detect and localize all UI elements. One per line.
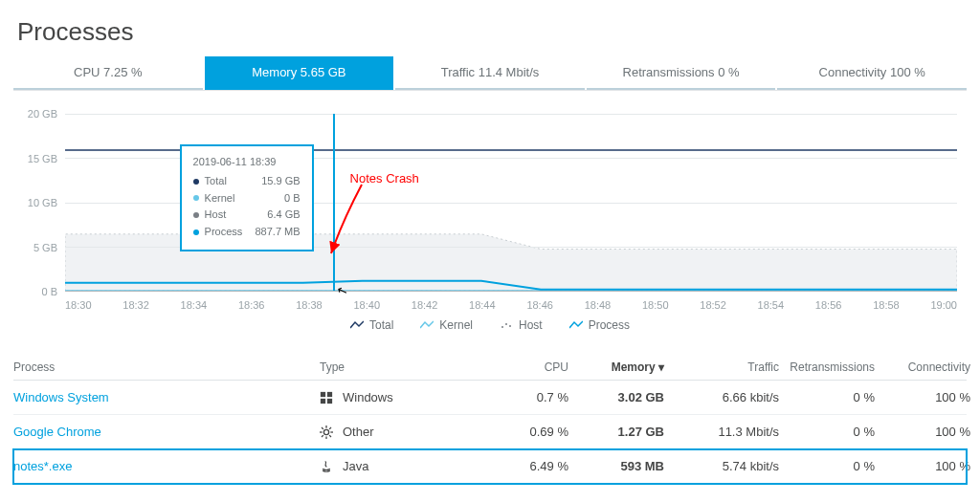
plot-area[interactable]: 2019-06-11 18:39 Total15.9 GBKernel0 BHo… [65, 114, 957, 292]
tab-traffic[interactable]: Traffic 11.4 Mbit/s [395, 56, 585, 90]
process-link[interactable]: Google Chrome [13, 425, 320, 439]
col-retransmissions[interactable]: Retransmissions [779, 360, 875, 374]
table-header: Process Type CPU Memory ▾ Traffic Retran… [13, 355, 967, 381]
traffic-cell: 5.74 kbit/s [664, 459, 779, 473]
tab-connectivity[interactable]: Connectivity 100 % [777, 56, 967, 90]
annotation-arrow [323, 183, 381, 259]
traffic-cell: 11.3 Mbit/s [664, 425, 779, 439]
legend-host[interactable]: Host [500, 318, 543, 332]
chart-tooltip: 2019-06-11 18:39 Total15.9 GBKernel0 BHo… [180, 144, 314, 251]
java-icon [320, 460, 333, 473]
svg-rect-6 [327, 398, 332, 403]
retrans-cell: 0 % [779, 425, 875, 439]
svg-line-13 [329, 435, 331, 437]
tab-retransmissions[interactable]: Retransmissions 0 % [587, 56, 776, 90]
memory-cell: 3.02 GB [568, 390, 664, 404]
memory-cell: 1.27 GB [568, 425, 664, 439]
table-row[interactable]: Google ChromeOther0.69 %1.27 GB11.3 Mbit… [13, 415, 967, 449]
col-connectivity[interactable]: Connectivity [875, 360, 970, 374]
svg-line-14 [322, 435, 323, 437]
legend-process[interactable]: Process [569, 318, 630, 332]
tab-cpu[interactable]: CPU 7.25 % [13, 56, 203, 90]
conn-cell: 100 % [875, 459, 970, 473]
gear-icon [320, 426, 333, 439]
svg-line-15 [329, 427, 331, 429]
svg-rect-4 [327, 391, 332, 396]
cpu-cell: 0.69 % [492, 425, 568, 439]
col-cpu[interactable]: CPU [492, 360, 568, 374]
y-axis: 20 GB 15 GB 10 GB 5 GB 0 B [13, 114, 57, 292]
svg-point-1 [505, 323, 507, 325]
process-table: Process Type CPU Memory ▾ Traffic Retran… [13, 355, 967, 484]
type-cell: Windows [320, 390, 492, 404]
cpu-cell: 6.49 % [492, 459, 568, 473]
svg-point-0 [501, 326, 503, 328]
legend-kernel[interactable]: Kernel [420, 318, 473, 332]
table-row[interactable]: Windows SystemWindows0.7 %3.02 GB6.66 kb… [13, 381, 967, 415]
svg-point-2 [509, 325, 511, 327]
x-axis: 18:3018:3218:3418:3618:3818:4018:4218:44… [65, 299, 957, 311]
memory-chart[interactable]: 20 GB 15 GB 10 GB 5 GB 0 B 2019-06-11 18… [13, 97, 967, 326]
retrans-cell: 0 % [779, 459, 875, 473]
conn-cell: 100 % [875, 390, 970, 404]
type-cell: Java [320, 459, 492, 473]
type-cell: Other [320, 425, 492, 439]
memory-cell: 593 MB [568, 459, 664, 473]
process-link[interactable]: Windows System [13, 390, 320, 404]
tooltip-time: 2019-06-11 18:39 [193, 156, 301, 167]
cpu-cell: 0.7 % [492, 390, 568, 404]
svg-rect-3 [321, 391, 325, 396]
retrans-cell: 0 % [779, 390, 875, 404]
windows-icon [320, 391, 333, 404]
traffic-cell: 6.66 kbit/s [664, 390, 779, 404]
svg-rect-5 [321, 398, 325, 403]
process-link[interactable]: notes*.exe [13, 459, 320, 473]
conn-cell: 100 % [875, 425, 970, 439]
svg-line-12 [322, 427, 323, 429]
metric-tabs: CPU 7.25 % Memory 5.65 GB Traffic 11.4 M… [13, 56, 967, 91]
svg-point-7 [323, 429, 328, 434]
col-type[interactable]: Type [320, 360, 492, 374]
tab-memory[interactable]: Memory 5.65 GB [205, 56, 394, 90]
table-row[interactable]: notes*.exeJava6.49 %593 MB5.74 kbit/s0 %… [13, 449, 967, 484]
col-memory[interactable]: Memory ▾ [568, 360, 664, 374]
col-process[interactable]: Process [13, 360, 320, 374]
col-traffic[interactable]: Traffic [664, 360, 779, 374]
legend-total[interactable]: Total [350, 318, 393, 332]
chart-legend: Total Kernel Host Process [13, 318, 967, 332]
page-title: Processes [0, 17, 980, 56]
